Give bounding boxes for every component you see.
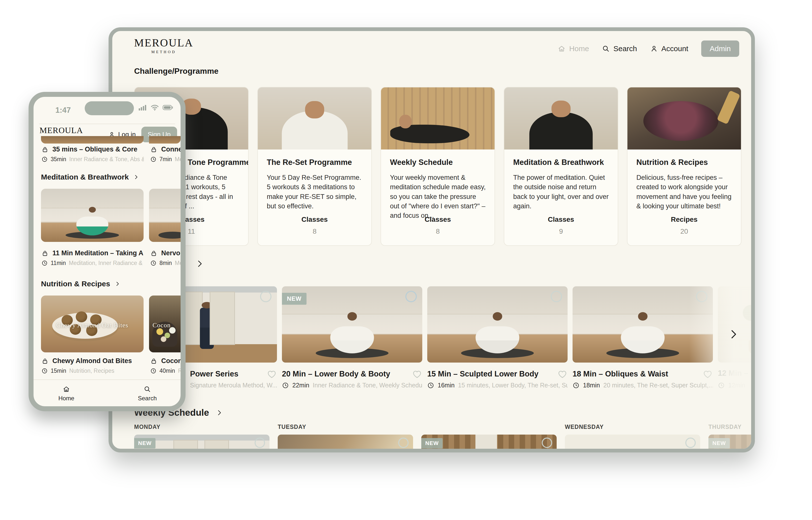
schedule-thumbnail[interactable] xyxy=(278,435,413,452)
schedule-thumbnail[interactable]: NEW xyxy=(421,435,557,452)
chevron-right-icon xyxy=(215,409,223,416)
video-title: 20 Min – Lower Body & Booty xyxy=(282,369,390,379)
programme-card[interactable]: The Re-Set Programme Your 5 Day Re-Set P… xyxy=(257,87,372,246)
video-thumbnail[interactable] xyxy=(41,136,144,144)
nav-account[interactable]: Account xyxy=(650,45,688,53)
list-item-meta: 11min Meditation, Inner Radiance & Tone,… xyxy=(42,260,144,266)
day-label: WEDNESDAY xyxy=(565,424,604,431)
wifi-icon xyxy=(150,104,159,111)
nav-account-label: Account xyxy=(661,45,688,53)
schedule-thumbnail[interactable]: NEW xyxy=(134,435,270,452)
section-chevron-icon[interactable] xyxy=(195,259,204,268)
programme-title: Weekly Schedule xyxy=(390,158,486,167)
video-thumbnail[interactable]: NEW xyxy=(282,286,422,363)
progress-ring-icon xyxy=(696,291,707,302)
item-tags: Medit xyxy=(175,260,181,266)
count-value: 8 xyxy=(258,228,371,235)
video-thumbnail[interactable] xyxy=(149,189,181,242)
dynamic-island xyxy=(85,101,134,115)
favorite-heart-icon[interactable] xyxy=(557,369,567,379)
count-value: 20 xyxy=(628,228,741,235)
nav-search[interactable]: Search xyxy=(602,45,637,53)
top-navigation: Home Search Account Admin xyxy=(558,41,739,57)
favorite-heart-icon[interactable] xyxy=(412,369,422,379)
clock-icon xyxy=(150,156,156,162)
lock-icon xyxy=(150,146,157,153)
tab-home[interactable]: Home xyxy=(58,385,74,402)
recipe-thumbnail[interactable]: Cocon xyxy=(149,295,181,353)
video-duration: 16min xyxy=(438,382,455,389)
programme-description: Your 5 Day Re-Set Programme. 5 workouts … xyxy=(267,173,363,211)
item-duration: 35min xyxy=(51,156,66,163)
clock-icon xyxy=(427,382,434,389)
list-item-meta: 7min Medit xyxy=(150,156,181,163)
tab-search-label: Search xyxy=(138,395,157,402)
list-item-title-row[interactable]: Connectin xyxy=(150,146,181,153)
progress-ring-icon xyxy=(260,291,272,302)
video-meta: 18min 20 minutes, The Re-set, Super Scul… xyxy=(573,382,713,389)
nav-home[interactable]: Home xyxy=(558,45,589,53)
carousel-next-icon[interactable] xyxy=(727,328,740,340)
video-thumbnail[interactable] xyxy=(41,189,144,242)
item-title: Chewy Almond Oat Bites xyxy=(52,357,132,365)
programme-thumbnail xyxy=(381,87,494,150)
video-thumbnail[interactable] xyxy=(427,286,567,363)
video-tags: 15 minutes, Lower Body, The Re-set, Su..… xyxy=(458,382,567,389)
programme-thumbnail xyxy=(628,87,741,150)
logo-wordmark: MEROULA xyxy=(40,126,83,135)
programme-title: Meditation & Breathwork xyxy=(513,158,609,167)
list-item-title-row[interactable]: Nervous S xyxy=(150,249,181,257)
programme-card[interactable]: Nutrition & Recipes Delicious, fuss-free… xyxy=(627,87,741,246)
item-duration: 40min xyxy=(159,367,175,374)
section-heading[interactable]: Nutrition & Recipes xyxy=(41,280,121,288)
new-badge: NEW xyxy=(282,293,306,305)
chevron-right-icon xyxy=(133,174,139,180)
list-item-title-row[interactable]: 11 Min Meditation – Taking A Pause xyxy=(42,249,143,257)
clock-icon xyxy=(282,382,289,389)
programme-card[interactable]: Weekly Schedule Your weekly movement & m… xyxy=(381,87,495,246)
progress-ring-icon xyxy=(551,291,562,302)
video-title-row: 20 Min – Lower Body & Booty xyxy=(282,369,422,379)
programme-thumbnail xyxy=(504,87,618,150)
logo-subtext: METHOD xyxy=(134,50,194,54)
recipe-thumbnail[interactable]: Chewy Almond Oat Bites xyxy=(41,295,144,353)
programme-count: Classes 8 xyxy=(258,215,371,235)
schedule-thumbnail[interactable] xyxy=(565,435,700,452)
app-logo[interactable]: MEROULA METHOD xyxy=(134,37,194,54)
home-icon xyxy=(62,385,70,393)
favorite-heart-icon[interactable] xyxy=(267,369,277,379)
count-value: 8 xyxy=(381,228,494,235)
programme-description: The power of meditation. Quiet the outsi… xyxy=(513,173,610,211)
clock-icon xyxy=(573,382,580,389)
video-title-row: 18 Min – Obliques & Waist xyxy=(573,369,713,379)
item-duration: 8min xyxy=(159,260,172,266)
video-thumbnail[interactable] xyxy=(573,286,713,363)
section-heading[interactable]: Meditation & Breathwork xyxy=(41,173,139,181)
lock-icon xyxy=(150,250,157,257)
item-tags: Medit xyxy=(175,156,181,163)
progress-ring-icon xyxy=(255,438,265,448)
programme-description: Your weekly movement & meditation schedu… xyxy=(390,173,487,220)
item-title: 11 Min Meditation – Taking A Pause xyxy=(52,249,143,257)
count-label: Classes xyxy=(258,215,371,224)
progress-ring-icon xyxy=(685,438,696,448)
admin-button[interactable]: Admin xyxy=(701,41,739,57)
tab-home-label: Home xyxy=(58,395,74,402)
new-badge: NEW xyxy=(708,438,730,448)
list-item-meta: 8min Medit xyxy=(150,260,181,266)
schedule-thumbnail[interactable]: NEW xyxy=(708,435,755,452)
progress-ring-icon xyxy=(542,438,552,448)
list-item-title-row[interactable]: 35 mins – Obliques & Core xyxy=(42,146,143,153)
list-item-title-row[interactable]: Chewy Almond Oat Bites xyxy=(42,357,143,365)
video-title: 18 Min – Obliques & Waist xyxy=(573,369,668,379)
video-thumbnail[interactable] xyxy=(149,136,181,144)
item-tags: Recip xyxy=(178,367,181,374)
list-item-title-row[interactable]: Coconut & xyxy=(150,357,181,365)
favorite-heart-icon[interactable] xyxy=(703,369,713,379)
item-tags: Meditation, Inner Radiance & Tone, 5 mi.… xyxy=(69,260,144,266)
video-thumbnail[interactable] xyxy=(718,286,755,363)
video-title: 12 Min – xyxy=(718,369,748,378)
section-title: Nutrition & Recipes xyxy=(41,280,110,288)
programme-card[interactable]: Meditation & Breathwork The power of med… xyxy=(504,87,618,246)
tab-search[interactable]: Search xyxy=(138,385,157,402)
